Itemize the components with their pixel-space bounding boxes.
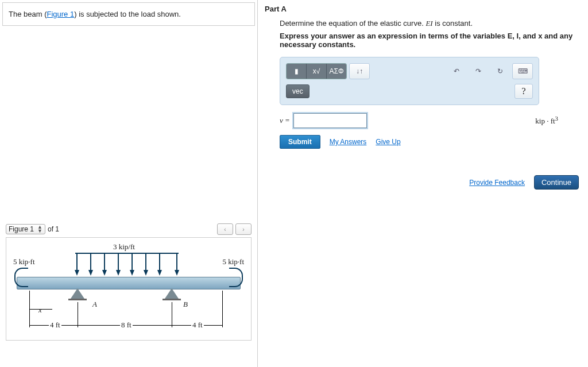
beam xyxy=(17,277,241,289)
problem-statement: The beam (Figure 1) is subjected to the … xyxy=(2,2,255,26)
answer-input[interactable] xyxy=(293,113,367,128)
help-button[interactable]: ? xyxy=(514,84,533,99)
dim1: 4 ft xyxy=(49,320,61,330)
figure-prev-button[interactable]: ‹ xyxy=(217,223,233,235)
instruction-2: Express your answer as an expression in … xyxy=(280,32,581,49)
stepper-icon: ▲▼ xyxy=(37,225,42,233)
equation-row: v = kip · ft3 xyxy=(280,113,581,128)
left-pane: The beam (Figure 1) is subjected to the … xyxy=(0,0,258,367)
figure-next-button[interactable]: › xyxy=(235,223,252,235)
support-b xyxy=(165,288,179,299)
moment-left-icon xyxy=(14,268,28,287)
my-answers-link[interactable]: My Answers xyxy=(330,138,367,146)
moment-right-icon xyxy=(229,268,243,287)
moment-right-label: 5 kip·ft xyxy=(222,257,244,266)
right-pane: Part A Determine the equation of the ela… xyxy=(258,0,588,367)
figure-panel: Figure 1 ▲▼ of 1 ‹ › 3 xyxy=(2,221,255,341)
figure-select-label: Figure 1 xyxy=(9,225,34,233)
undo-button[interactable]: ↶ xyxy=(447,64,466,79)
continue-button[interactable]: Continue xyxy=(534,175,579,190)
moment-left-label: 5 kip·ft xyxy=(13,257,35,266)
x-label: x xyxy=(38,306,42,315)
problem-text-a: The beam ( xyxy=(9,10,47,18)
equation-variable: v = xyxy=(280,116,290,125)
dim3: 4 ft xyxy=(191,320,204,330)
figure-link[interactable]: Figure 1 xyxy=(47,10,74,18)
problem-text-b: ) is subjected to the load shown. xyxy=(74,10,181,18)
submit-button[interactable]: Submit xyxy=(280,135,320,149)
provide-feedback-link[interactable]: Provide Feedback xyxy=(469,179,525,187)
equation-units: kip · ft3 xyxy=(535,115,558,126)
template-button[interactable]: ▮ xyxy=(287,64,307,79)
subscript-button[interactable]: ↓↑ xyxy=(349,63,370,79)
keyboard-button[interactable]: ⌨ xyxy=(512,63,533,79)
vec-button[interactable]: vec xyxy=(286,84,310,98)
support-a-label: A xyxy=(92,300,97,309)
equation-toolbar: ▮ x√ ΑΣΦ ↓↑ ↶ ↷ ↻ ⌨ xyxy=(286,63,533,79)
figure-select[interactable]: Figure 1 ▲▼ xyxy=(6,224,45,234)
give-up-link[interactable]: Give Up xyxy=(376,138,400,146)
reset-button[interactable]: ↻ xyxy=(490,64,510,79)
part-title: Part A xyxy=(265,5,581,13)
instruction-1: Determine the equation of the elastic cu… xyxy=(280,19,581,28)
answer-panel: ▮ x√ ΑΣΦ ↓↑ ↶ ↷ ↻ ⌨ vec ? xyxy=(280,57,539,105)
support-a xyxy=(71,288,84,299)
redo-button[interactable]: ↷ xyxy=(469,64,488,79)
dim2: 8 ft xyxy=(120,320,133,330)
figure-image: 3 kip/ft 5 kip·ft 5 kip·ft A B x xyxy=(6,237,252,341)
fraction-button[interactable]: x√ xyxy=(307,64,327,79)
support-b-label: B xyxy=(183,300,188,309)
greek-button[interactable]: ΑΣΦ xyxy=(327,64,346,79)
figure-count: of 1 xyxy=(48,225,59,233)
load-label: 3 kip/ft xyxy=(113,242,135,252)
